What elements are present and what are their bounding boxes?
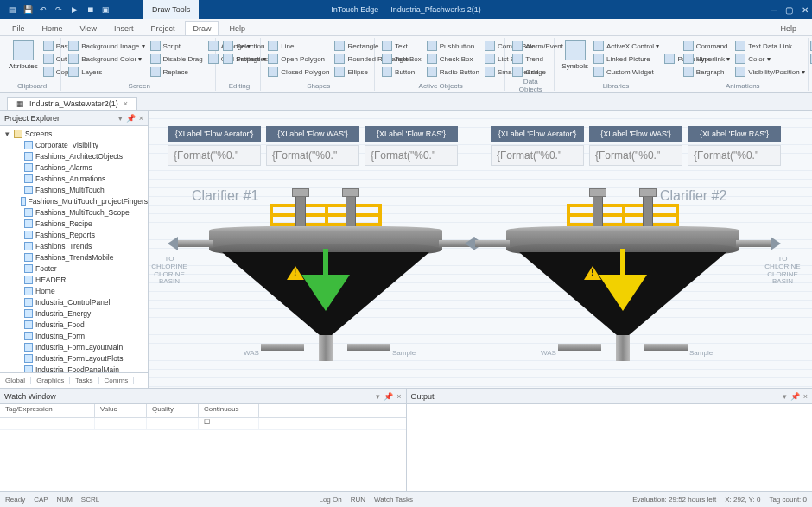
format-box[interactable]: {Format("%0." [688, 145, 781, 166]
format-box[interactable]: {Format("%0." [491, 145, 584, 166]
redo-icon[interactable]: ↷ [52, 3, 66, 16]
ribbon-button[interactable]: Visibility/Position ▾ [735, 66, 805, 78]
tree-item[interactable]: HEADER [3, 274, 148, 285]
ribbon-tab-help-small[interactable]: Help [222, 22, 252, 35]
ribbon-button[interactable]: Background Image ▾ [68, 40, 144, 52]
status-watch-tasks[interactable]: Watch Tasks [374, 496, 413, 504]
ribbon-button[interactable]: Command [683, 40, 731, 52]
ribbon-button[interactable]: Line [268, 40, 329, 52]
format-box[interactable]: {Format("%0." [266, 145, 359, 166]
maximize-icon[interactable]: ▢ [785, 5, 793, 15]
panel-pin-icon[interactable]: 📌 [126, 114, 136, 123]
ribbon-button[interactable]: Pushbutton [427, 40, 479, 52]
tree-item[interactable]: Fashions_Animations [3, 173, 148, 184]
ribbon-button[interactable]: Alarm/Event [512, 40, 563, 52]
explorer-tab-tasks[interactable]: Tasks [70, 377, 98, 384]
ribbon-button[interactable]: Button [382, 66, 422, 78]
tree-folder[interactable]: ▾Screens [3, 128, 148, 139]
ribbon-button[interactable]: Script [150, 40, 203, 52]
ribbon-button[interactable]: Background Color ▾ [68, 53, 144, 65]
tree-item[interactable]: Fashions_Trends [3, 240, 148, 251]
panel-dropdown-icon[interactable]: ▾ [783, 392, 787, 401]
ribbon-help-link[interactable]: Help [773, 22, 803, 35]
tree-item[interactable]: Industria_Food [3, 319, 148, 330]
format-box[interactable]: {Format("%0." [365, 145, 458, 166]
watch-col-tag[interactable]: Tag/Expression [0, 404, 95, 417]
ribbon-button[interactable]: Text Box [382, 53, 422, 65]
ribbon-tab-home[interactable]: Home [35, 22, 70, 35]
ribbon-button[interactable]: Layers [68, 66, 144, 78]
ribbon-button[interactable]: Replace [150, 66, 203, 78]
panel-dropdown-icon[interactable]: ▾ [118, 114, 123, 123]
explorer-tab-graphics[interactable]: Graphics [31, 377, 70, 384]
status-run[interactable]: RUN [351, 496, 365, 504]
ribbon-button[interactable]: Hyperlink ▾ [683, 53, 731, 65]
panel-dropdown-icon[interactable]: ▾ [376, 392, 380, 401]
tag-label-box[interactable]: {XLabel 'Flow RAS'} [688, 126, 781, 142]
project-tree[interactable]: ▾ScreensCorporate_VisibilityFashions_Arc… [0, 126, 148, 372]
ribbon-button[interactable]: Linked Picture [593, 53, 659, 65]
document-tab[interactable]: ▦ Industria_Wastewater2(1) × [7, 97, 137, 110]
ribbon-tab-project[interactable]: Project [143, 22, 181, 35]
ribbon-button[interactable]: Selection [223, 40, 267, 52]
close-icon[interactable]: ✕ [802, 5, 809, 15]
tag-label-box[interactable]: {XLabel 'Flow Aerator'} [168, 126, 261, 142]
output-body[interactable] [407, 404, 813, 491]
watch-row[interactable]: ☐ [0, 418, 406, 430]
tree-item[interactable]: Fashions_Alarms [3, 162, 148, 173]
ribbon-button[interactable]: Closed Polygon [268, 66, 329, 78]
verify-icon[interactable]: ▣ [98, 3, 112, 16]
clarifier-1-graphic[interactable] [209, 188, 442, 361]
ribbon-button[interactable]: Properties [223, 53, 267, 65]
minimize-icon[interactable]: ─ [771, 5, 777, 15]
expand-icon[interactable]: ▾ [3, 130, 11, 138]
tree-item[interactable]: Fashions_ArchitectObjects [3, 150, 148, 162]
stop-icon[interactable]: ⏹ [83, 3, 97, 16]
format-box[interactable]: {Format("%0." [168, 145, 261, 166]
panel-close-icon[interactable]: × [139, 114, 143, 123]
ribbon-big-button[interactable]: Symbols [561, 40, 588, 82]
clarifier-2-graphic[interactable] [506, 188, 739, 361]
tree-item[interactable]: Industria_Energy [3, 307, 148, 319]
tree-item[interactable]: Fashions_Reports [3, 229, 148, 240]
ribbon-button[interactable]: Open Polygon [268, 53, 329, 65]
ribbon-button[interactable]: Disable Drag [150, 53, 203, 65]
status-logon[interactable]: Log On [319, 496, 341, 504]
tag-label-box[interactable]: {XLabel 'Flow WAS'} [589, 126, 682, 142]
watch-col-quality[interactable]: Quality [147, 404, 199, 417]
format-box[interactable]: {Format("%0." [589, 145, 682, 166]
tree-item[interactable]: Industria_FoodPanelMain [3, 364, 148, 372]
tree-item[interactable]: Footer [3, 263, 148, 274]
watch-cell[interactable] [0, 418, 95, 429]
undo-icon[interactable]: ↶ [36, 3, 50, 16]
watch-col-continuous[interactable]: Continuous [199, 404, 259, 417]
ribbon-button[interactable]: Text [382, 40, 422, 52]
tag-label-box[interactable]: {XLabel 'Flow RAS'} [365, 126, 458, 142]
tree-item[interactable]: Fashions_MultiTouch_projectFingers [3, 195, 148, 206]
tree-item[interactable]: Corporate_Visibility [3, 139, 148, 150]
ribbon-button[interactable]: Radio Button [427, 66, 479, 78]
tree-item[interactable]: Fashions_MultiTouch_Scope [3, 206, 148, 218]
ribbon-tab-view[interactable]: View [73, 22, 104, 35]
tree-item[interactable]: Industria_FormLayoutPlots [3, 352, 148, 364]
tree-item[interactable]: Industria_Form [3, 330, 148, 341]
panel-close-icon[interactable]: × [396, 392, 401, 401]
ribbon-tab-insert[interactable]: Insert [107, 22, 141, 35]
design-canvas[interactable]: {XLabel 'Flow Aerator'} {XLabel 'Flow WA… [149, 111, 812, 388]
ribbon-button[interactable]: Bargraph [683, 66, 731, 78]
ribbon-tab-draw[interactable]: Draw [185, 21, 219, 35]
ribbon-big-button[interactable]: Attributes [9, 40, 38, 82]
ribbon-button[interactable]: Custom Widget [593, 66, 659, 78]
ribbon-button[interactable]: Trend [512, 53, 563, 65]
ribbon-button[interactable]: Check Box [427, 53, 479, 65]
explorer-tab-global[interactable]: Global [0, 377, 31, 384]
tree-item[interactable]: Home [3, 285, 148, 296]
tag-label-box[interactable]: {XLabel 'Flow Aerator'} [491, 126, 584, 142]
ribbon-button[interactable]: Color ▾ [735, 53, 805, 65]
save-icon[interactable]: 💾 [21, 3, 35, 16]
tag-label-box[interactable]: {XLabel 'Flow WAS'} [266, 126, 359, 142]
panel-pin-icon[interactable]: 📌 [384, 392, 393, 401]
watch-cell-checkbox[interactable]: ☐ [199, 418, 259, 429]
ribbon-tab-file[interactable]: File [5, 22, 32, 35]
app-menu-icon[interactable]: ▤ [5, 3, 19, 16]
